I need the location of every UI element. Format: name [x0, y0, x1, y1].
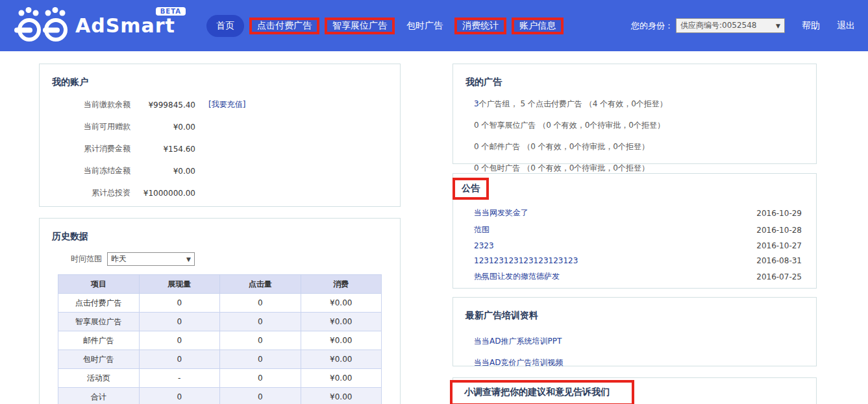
table-cell: 点击付费广告 [58, 294, 140, 313]
my-ads-title: 我的广告 [465, 77, 816, 88]
highlight-box-account-info: 账户信息 [512, 18, 564, 34]
notice-date: 2016-10-28 [756, 226, 802, 235]
table-row: 点击付费广告 0 0 ¥0.00 [58, 294, 382, 313]
table-cell: 智享展位广告 [58, 313, 140, 331]
recharge-link[interactable]: [我要充值] [208, 99, 245, 110]
table-cell: 活动页 [58, 369, 140, 388]
table-cell: ¥0.00 [301, 350, 382, 369]
ad-line-text: 个广告组， 5 个点击付费广告 （4 个有效，0个拒登） [479, 99, 667, 108]
notice-link[interactable]: 当当网发奖金了 [474, 208, 528, 219]
account-row: 当前缴款余额 ¥999845.40 [我要充值] [58, 99, 400, 110]
ad-summary-line: 0 个邮件广告 （0 个有效，0个待审批，0个拒登） [474, 141, 816, 152]
table-header-cell: 项目 [58, 275, 140, 294]
account-row: 当前可用赠款 ¥0.00 [58, 121, 400, 132]
table-cell: 0 [139, 294, 220, 313]
table-cell: 0 [220, 331, 301, 350]
training-link[interactable]: 当当AD推广系统培训PPT [474, 336, 816, 347]
account-row-label: 当前冻结金额 [58, 165, 130, 176]
notice-link[interactable]: 热氛围让发的撒范德萨发 [474, 271, 560, 282]
notice-date: 2016-07-25 [756, 272, 802, 281]
table-header-cell: 消费 [301, 275, 382, 294]
account-row-label: 累计消费金额 [58, 143, 130, 154]
table-row: 邮件广告 0 0 ¥0.00 [58, 331, 382, 350]
account-row: 累计消费金额 ¥154.60 [58, 143, 400, 154]
nav-item-home[interactable]: 首页 [206, 15, 244, 37]
account-row-value: ¥0.00 [130, 167, 195, 176]
dangdang-logo-icon [14, 6, 68, 45]
brand: AdSmart BETA [14, 6, 184, 45]
notice-item: 123123123123123123123 2016-08-31 [474, 256, 802, 265]
time-range-value: 昨天 [111, 254, 127, 265]
table-cell: 0 [220, 294, 301, 313]
identity-value: 供应商编号:0052548 [680, 20, 757, 31]
highlight-box-display: 智享展位广告 [325, 18, 395, 34]
table-cell: ¥0.00 [301, 313, 382, 331]
table-cell: 包时广告 [58, 350, 140, 369]
history-data-card: 历史数据 时间范围 昨天 ▼ 项目 展现量 点击量 消费 点击付费广告 0 0 … [39, 218, 401, 404]
account-row-value: ¥999845.40 [130, 101, 195, 110]
ad-group-count-link[interactable]: 3 [474, 99, 479, 108]
training-link[interactable]: 当当AD竞价广告培训视频 [474, 357, 816, 368]
ad-count: 0 [474, 163, 479, 172]
account-row-value: ¥0.00 [130, 123, 195, 132]
notice-item: 范围 2016-10-28 [474, 224, 802, 235]
notice-link[interactable]: 123123123123123123123 [474, 256, 578, 265]
account-row-label: 当前可用赠款 [58, 121, 130, 132]
highlight-box-notice: 公告 [453, 178, 489, 200]
table-cell: ¥0.00 [301, 388, 382, 404]
notice-item: 当当网发奖金了 2016-10-29 [474, 208, 802, 219]
nav-item-consumption-stats[interactable]: 消费统计 [457, 16, 504, 34]
notice-link[interactable]: 范围 [474, 224, 490, 235]
history-table: 项目 展现量 点击量 消费 点击付费广告 0 0 ¥0.00 智享展位广告 0 … [58, 274, 382, 404]
time-range-select[interactable]: 昨天 ▼ [107, 252, 195, 266]
notice-title: 公告 [462, 183, 480, 193]
identity-select[interactable]: 供应商编号:0052548 ▼ [676, 18, 785, 33]
highlight-box-stats: 消费统计 [454, 18, 506, 34]
notice-item: 2323 2016-10-27 [474, 241, 802, 250]
history-title: 历史数据 [52, 231, 400, 243]
survey-title: 小调查请把你的建议和意见告诉我们 [464, 386, 610, 397]
table-cell: 0 [139, 313, 220, 331]
nav-item-display-ads[interactable]: 智享展位广告 [327, 16, 392, 34]
table-cell: ¥0.00 [301, 294, 382, 313]
notice-date: 2016-10-29 [756, 209, 802, 218]
my-account-card: 我的账户 当前缴款余额 ¥999845.40 [我要充值] 当前可用赠款 ¥0.… [39, 64, 401, 207]
help-link[interactable]: 帮助 [802, 20, 820, 32]
account-row-label: 累计总投资 [58, 187, 130, 198]
training-card: 最新广告培训资料 当当AD推广系统培训PPT 当当AD竞价广告培训视频 [453, 297, 817, 366]
notice-link[interactable]: 2323 [474, 241, 494, 250]
nav-item-account-info[interactable]: 账户信息 [514, 16, 561, 34]
table-cell: ¥0.00 [301, 369, 382, 388]
ad-summary-line: 0 个智享展位广告 （0 个有效，0个待审批，0个拒登） [474, 120, 816, 131]
ad-count: 0 [474, 142, 479, 151]
table-header-cell: 点击量 [220, 275, 301, 294]
account-row-label: 当前缴款余额 [58, 99, 130, 110]
ad-line-text: 个邮件广告 （0 个有效，0个待审批，0个拒登） [479, 142, 649, 151]
beta-badge: BETA [156, 7, 186, 16]
table-cell: 0 [220, 313, 301, 331]
table-header-cell: 展现量 [139, 275, 220, 294]
account-row: 当前冻结金额 ¥0.00 [58, 165, 400, 176]
time-range-row: 时间范围 昨天 ▼ [71, 252, 400, 266]
table-cell: 0 [139, 331, 220, 350]
table-cell: 0 [220, 350, 301, 369]
notice-card: 公告 当当网发奖金了 2016-10-29 范围 2016-10-28 2323… [453, 173, 817, 289]
account-row: 累计总投资 ¥1000000.00 [58, 187, 400, 198]
table-row: 合计 0 0 ¥0.00 [58, 388, 382, 404]
identity: 您的身份： 供应商编号:0052548 ▼ [631, 18, 785, 33]
main-nav: 首页 点击付费广告 智享展位广告 包时广告 消费统计 账户信息 [206, 15, 564, 37]
table-cell: 合计 [58, 388, 140, 404]
nav-item-time-ads[interactable]: 包时广告 [400, 15, 449, 37]
my-account-title: 我的账户 [52, 77, 400, 88]
notice-item: 热氛围让发的撒范德萨发 2016-07-25 [474, 271, 802, 282]
logout-link[interactable]: 退出 [837, 20, 855, 32]
table-cell: - [139, 369, 220, 388]
notice-date: 2016-08-31 [756, 256, 802, 265]
account-row-value: ¥1000000.00 [130, 189, 195, 198]
caret-down-icon: ▼ [186, 256, 191, 263]
nav-item-ppc-ads[interactable]: 点击付费广告 [252, 16, 317, 34]
ad-summary-line: 0 个包时广告 （0 个有效，0个待审批，0个拒登） [474, 163, 816, 174]
table-cell: 0 [139, 388, 220, 404]
table-cell: 0 [139, 350, 220, 369]
highlight-box-survey: 小调查请把你的建议和意见告诉我们 [450, 380, 634, 404]
